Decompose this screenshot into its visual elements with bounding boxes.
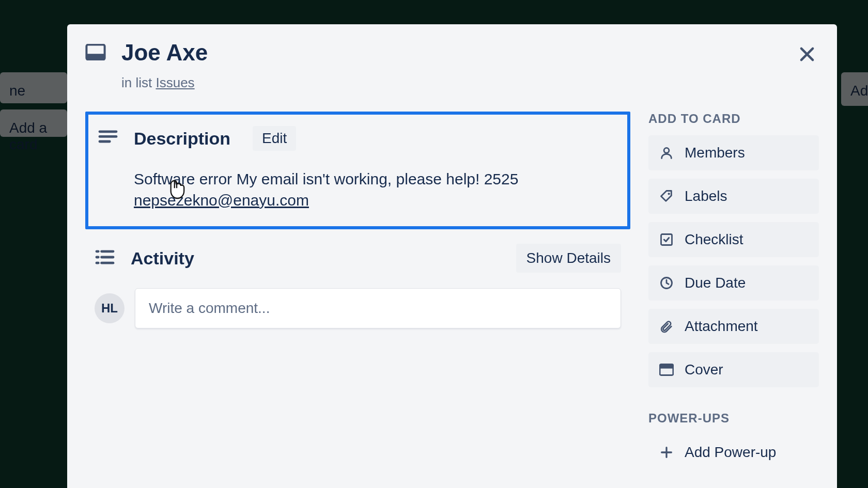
- add-to-card-heading: ADD TO CARD: [648, 112, 819, 126]
- due-date-button[interactable]: Due Date: [648, 265, 819, 301]
- close-button[interactable]: [793, 40, 822, 69]
- card-modal: Joe Axe in list Issues Description Edit …: [67, 24, 837, 488]
- card-title[interactable]: Joe Axe: [121, 40, 208, 66]
- cover-icon: [659, 362, 674, 377]
- svg-point-11: [664, 148, 669, 153]
- add-powerup-label: Add Power-up: [685, 444, 776, 461]
- tag-icon: [659, 188, 674, 204]
- members-button[interactable]: Members: [648, 135, 819, 170]
- attachment-button[interactable]: Attachment: [648, 309, 819, 344]
- activity-section: Activity Show Details HL Write a comment…: [85, 239, 630, 328]
- powerups-heading: POWER-UPS: [648, 411, 819, 426]
- activity-heading: Activity: [131, 248, 194, 269]
- add-powerup-button[interactable]: Add Power-up: [648, 435, 819, 470]
- due-date-label: Due Date: [685, 275, 746, 291]
- plus-icon: [659, 445, 674, 460]
- cover-label: Cover: [685, 361, 723, 378]
- checklist-label: Checklist: [685, 231, 743, 248]
- list-link[interactable]: Issues: [156, 75, 194, 90]
- description-body[interactable]: Software error My email isn't working, p…: [134, 169, 613, 211]
- user-icon: [659, 145, 674, 161]
- description-heading: Description: [134, 129, 230, 149]
- cover-button[interactable]: Cover: [648, 352, 819, 387]
- labels-label: Labels: [685, 188, 727, 204]
- user-avatar[interactable]: HL: [95, 293, 125, 323]
- card-icon: [85, 40, 109, 62]
- description-icon: [98, 129, 121, 148]
- svg-rect-1: [86, 54, 104, 59]
- edit-description-button[interactable]: Edit: [253, 126, 296, 151]
- card-list-location: in list Issues: [121, 75, 208, 91]
- svg-point-12: [668, 193, 670, 195]
- activity-icon: [95, 249, 118, 267]
- labels-button[interactable]: Labels: [648, 179, 819, 214]
- clock-icon: [659, 275, 674, 291]
- description-email-link[interactable]: nepsezekno@enayu.com: [134, 192, 309, 209]
- close-icon: [797, 44, 817, 64]
- svg-rect-16: [660, 365, 673, 369]
- card-sidebar: ADD TO CARD Members Labels Checklist Due…: [648, 112, 819, 488]
- attachment-label: Attachment: [685, 318, 758, 335]
- members-label: Members: [685, 145, 745, 161]
- checklist-button[interactable]: Checklist: [648, 222, 819, 257]
- comment-input[interactable]: Write a comment...: [135, 288, 621, 328]
- show-details-button[interactable]: Show Details: [516, 244, 621, 273]
- paperclip-icon: [659, 319, 674, 334]
- checklist-icon: [659, 232, 674, 247]
- description-section: Description Edit Software error My email…: [85, 112, 630, 229]
